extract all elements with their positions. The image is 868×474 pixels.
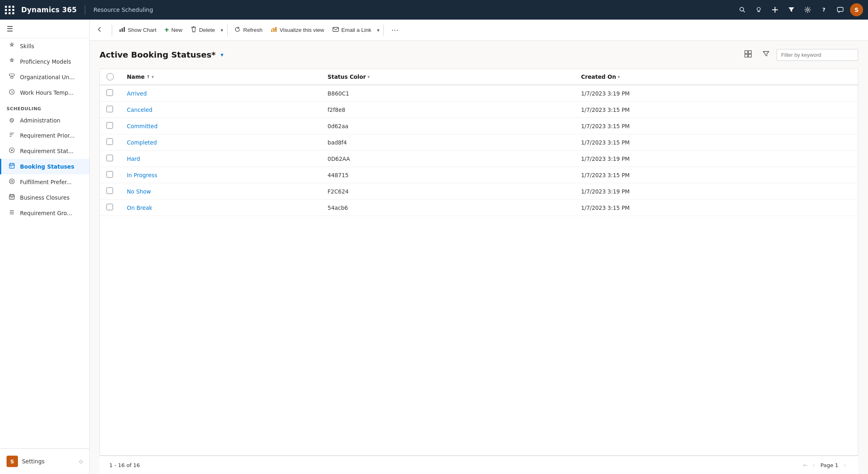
refresh-icon bbox=[234, 26, 241, 34]
row-checkbox[interactable] bbox=[106, 155, 113, 161]
settings-footer-item[interactable]: S Settings ◇ bbox=[0, 452, 89, 471]
sidebar-item-booking-statuses[interactable]: Booking Statuses bbox=[0, 159, 89, 174]
sidebar-item-proficiency-models[interactable]: Proficiency Models bbox=[0, 54, 89, 69]
row-name-link[interactable]: In Progress bbox=[127, 172, 157, 178]
row-created-on-cell: 1/7/2023 3:19 PM bbox=[574, 151, 858, 167]
plus-icon: + bbox=[165, 26, 169, 34]
sidebar-item-req-priorities[interactable]: Requirement Prior... bbox=[0, 128, 89, 143]
row-created-on-cell: 1/7/2023 3:15 PM bbox=[574, 200, 858, 216]
row-name-link[interactable]: Hard bbox=[127, 156, 140, 162]
next-page-button[interactable]: › bbox=[841, 460, 848, 470]
delete-label: Delete bbox=[199, 27, 215, 33]
sidebar-item-req-groups[interactable]: Requirement Gro... bbox=[0, 205, 89, 221]
toolbar-sep-3 bbox=[383, 24, 384, 36]
name-col-chevron-icon[interactable]: ▾ bbox=[152, 74, 154, 80]
back-button[interactable] bbox=[96, 24, 108, 37]
row-name-link[interactable]: Canceled bbox=[127, 107, 153, 113]
toolbar-sep-2 bbox=[227, 24, 228, 36]
row-name-link[interactable]: No Show bbox=[127, 188, 151, 195]
row-name-link[interactable]: Completed bbox=[127, 139, 157, 146]
sidebar-item-administration[interactable]: ⚙ Administration bbox=[0, 113, 89, 128]
prev-page-button[interactable]: ‹ bbox=[810, 460, 817, 470]
settings-chevron-icon: ◇ bbox=[79, 458, 83, 464]
row-name-link[interactable]: On Break bbox=[127, 205, 152, 211]
view-filter-icon[interactable] bbox=[759, 47, 773, 62]
new-button[interactable]: + New bbox=[161, 23, 187, 37]
created-on-col-label: Created On bbox=[581, 73, 616, 80]
settings-icon[interactable] bbox=[801, 4, 814, 16]
sidebar-item-fulfillment[interactable]: Fulfillment Prefer... bbox=[0, 174, 89, 190]
row-checkbox[interactable] bbox=[106, 171, 113, 178]
visualize-icon bbox=[270, 26, 277, 34]
help-icon[interactable]: ? bbox=[817, 4, 830, 16]
filter-icon[interactable] bbox=[785, 4, 798, 16]
svg-rect-15 bbox=[9, 164, 14, 168]
status-color-chevron-icon[interactable]: ▾ bbox=[368, 74, 370, 80]
sidebar-item-business-closures[interactable]: Business Closures bbox=[0, 190, 89, 205]
row-checkbox-cell bbox=[100, 200, 120, 216]
visualize-button[interactable]: Visualize this view bbox=[266, 24, 328, 36]
view-title-chevron-icon[interactable]: ▾ bbox=[221, 51, 224, 58]
created-on-chevron-icon[interactable]: ▾ bbox=[618, 74, 620, 80]
row-status-color-cell: f2f8e8 bbox=[321, 102, 574, 118]
sidebar-item-work-hours[interactable]: Work Hours Temp... bbox=[0, 85, 89, 100]
page-label: Page 1 bbox=[817, 462, 841, 468]
row-checkbox[interactable] bbox=[106, 89, 113, 96]
row-checkbox-cell bbox=[100, 151, 120, 167]
sidebar-footer: S Settings ◇ bbox=[0, 448, 89, 474]
show-chart-button[interactable]: Show Chart bbox=[115, 24, 161, 36]
svg-rect-7 bbox=[11, 77, 13, 78]
email-link-button[interactable]: Email a Link bbox=[328, 24, 376, 36]
row-status-color-cell: B860C1 bbox=[321, 85, 574, 102]
delete-dropdown[interactable]: ▾ bbox=[219, 25, 225, 36]
name-col-header: Name ↑ ▾ bbox=[120, 69, 321, 85]
view-layout-icon[interactable] bbox=[741, 47, 755, 62]
select-all-checkbox[interactable] bbox=[106, 73, 114, 80]
svg-point-3 bbox=[807, 9, 809, 11]
row-status-color-cell: F2C624 bbox=[321, 183, 574, 200]
refresh-button[interactable]: Refresh bbox=[230, 24, 266, 36]
sidebar-item-skills[interactable]: Skills bbox=[0, 38, 89, 54]
row-name-link[interactable]: Arrived bbox=[127, 90, 147, 97]
row-created-on-cell: 1/7/2023 3:15 PM bbox=[574, 118, 858, 134]
row-checkbox[interactable] bbox=[106, 187, 113, 194]
svg-rect-30 bbox=[333, 27, 339, 31]
table-row: No Show F2C624 1/7/2023 3:19 PM bbox=[100, 183, 858, 200]
visualize-label: Visualize this view bbox=[279, 27, 324, 33]
pagination-range: 1 - 16 of 16 bbox=[109, 462, 140, 468]
table-row: Hard 0D62AA 1/7/2023 3:19 PM bbox=[100, 151, 858, 167]
app-grid-icon[interactable] bbox=[5, 6, 15, 14]
row-name-link[interactable]: Committed bbox=[127, 123, 157, 129]
svg-point-17 bbox=[9, 179, 14, 184]
status-color-col-header: Status Color ▾ bbox=[321, 69, 574, 85]
table-row: Completed bad8f4 1/7/2023 3:15 PM bbox=[100, 134, 858, 151]
filter-input[interactable] bbox=[777, 49, 858, 61]
toolbar: Show Chart + New Delete ▾ Refresh bbox=[90, 20, 868, 41]
more-options-button[interactable]: ⋯ bbox=[388, 23, 402, 37]
svg-rect-25 bbox=[122, 28, 123, 32]
org-icon bbox=[8, 73, 16, 81]
fulfillment-icon bbox=[8, 178, 16, 186]
sidebar-item-label: Work Hours Temp... bbox=[20, 89, 73, 96]
lightbulb-icon[interactable] bbox=[752, 4, 765, 16]
priority-icon bbox=[8, 131, 16, 140]
row-checkbox[interactable] bbox=[106, 204, 113, 210]
user-avatar[interactable]: S bbox=[850, 3, 863, 16]
row-status-color-cell: bad8f4 bbox=[321, 134, 574, 151]
sidebar-item-org-units[interactable]: Organizational Un... bbox=[0, 69, 89, 85]
svg-point-0 bbox=[740, 7, 744, 11]
name-sort-icon[interactable]: ↑ bbox=[146, 74, 150, 80]
row-checkbox[interactable] bbox=[106, 122, 113, 129]
first-page-button[interactable]: ⇤ bbox=[801, 460, 810, 470]
add-icon[interactable] bbox=[768, 4, 782, 16]
row-checkbox[interactable] bbox=[106, 106, 113, 112]
sidebar-item-req-statuses[interactable]: Requirement Stat... bbox=[0, 143, 89, 159]
chat-icon[interactable] bbox=[834, 4, 847, 16]
email-dropdown[interactable]: ▾ bbox=[375, 25, 381, 36]
row-checkbox[interactable] bbox=[106, 138, 113, 145]
sidebar-item-label: Organizational Un... bbox=[20, 74, 75, 80]
hamburger-icon[interactable]: ☰ bbox=[7, 24, 13, 33]
app-body: ☰ Skills Proficiency Models Organization… bbox=[0, 20, 868, 474]
delete-button[interactable]: Delete bbox=[186, 24, 219, 36]
search-icon[interactable] bbox=[736, 4, 749, 16]
